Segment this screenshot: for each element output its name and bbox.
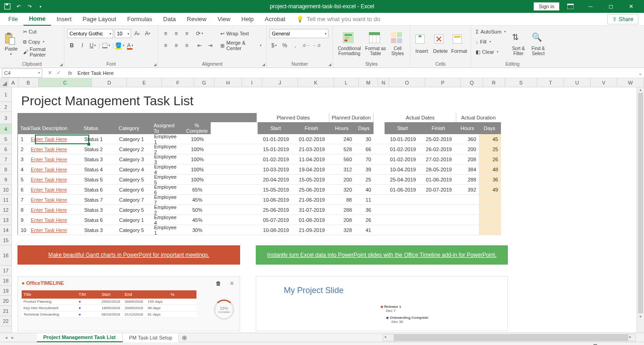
close-button[interactable]: ✕ [622,0,640,13]
row-header[interactable]: 16 [0,245,12,266]
align-middle-icon[interactable]: ≡ [172,29,181,38]
row-header[interactable]: 3 [0,112,12,124]
redo-icon[interactable]: ↷ [26,3,33,10]
fx-icon[interactable]: fx [65,70,75,76]
column-header[interactable]: W [617,78,644,87]
format-as-table-button[interactable]: Format as Table [364,27,387,61]
decrease-font-icon[interactable]: A▾ [143,29,152,38]
row-header[interactable]: 4 [0,124,12,134]
row-header[interactable]: 12 [0,205,12,215]
row-header[interactable]: 17 [0,266,12,276]
delete-cells-button[interactable]: Delete [432,27,449,61]
cancel-formula-icon[interactable]: ✕ [48,70,52,76]
comma-icon[interactable]: , [291,41,300,50]
row-header[interactable]: 21 [0,306,12,316]
table-row[interactable]: 3Enter Task HereStatus 3Category 3Employ… [17,154,501,164]
merge-center-button[interactable]: ⊞Merge & Center [218,41,264,50]
row-header[interactable]: 5 [0,134,12,144]
column-header[interactable]: L [334,78,359,87]
table-row[interactable]: 6Enter Task HereStatus 6Category 6Employ… [17,185,501,195]
align-center-icon[interactable]: ≡ [172,41,181,50]
column-header[interactable]: F [162,78,194,87]
cell-styles-button[interactable]: Cell Styles [388,27,407,61]
fill-color-button[interactable]: 🪣 [115,41,124,50]
format-painter-button[interactable]: 🖌Format Painter [21,47,61,57]
insert-cells-button[interactable]: Insert [413,27,431,61]
column-header[interactable]: G [194,78,214,87]
currency-icon[interactable]: $ [270,41,279,50]
tab-formulas[interactable]: Formulas [122,13,158,26]
column-header[interactable]: V [591,78,617,87]
fill-button[interactable]: ↓Fill [474,37,508,46]
row-header[interactable]: 18 [0,276,12,286]
font-size-select[interactable]: 10 [115,29,131,38]
align-bottom-icon[interactable]: ≡ [182,29,191,38]
number-format-select[interactable]: General [270,29,328,38]
column-header[interactable]: U [564,78,591,87]
select-all-button[interactable] [0,78,8,87]
copy-button[interactable]: ⧉Copy [21,37,61,46]
column-header[interactable]: K [298,78,334,87]
orientation-icon[interactable]: ⟳ [195,29,204,38]
save-icon[interactable] [4,3,11,10]
tab-review[interactable]: Review [181,13,212,26]
table-row[interactable]: 7Enter Task HereStatus 7Category 7Employ… [17,195,501,205]
column-header[interactable]: D [92,78,127,87]
tab-view[interactable]: View [212,13,236,26]
table-row[interactable]: 9Enter Task HereStatus 6Category 1Employ… [17,215,501,225]
sheet-tab-active[interactable]: Project Management Task List [37,333,123,342]
format-cells-button[interactable]: Format [450,27,468,61]
row-header[interactable]: 19 [0,286,12,296]
add-sheet-button[interactable]: ⊕ [179,334,190,341]
column-header[interactable]: N [378,78,389,87]
wrap-text-button[interactable]: ↩Wrap Text [218,29,264,38]
decrease-decimal-icon[interactable]: ←.0 [312,41,321,50]
column-header[interactable]: H [214,78,242,87]
maximize-button[interactable]: ◻ [602,0,620,13]
increase-font-icon[interactable]: A▴ [132,29,142,38]
column-header[interactable]: M [359,78,378,87]
cut-button[interactable]: ✂Cut [21,27,61,36]
conditional-formatting-button[interactable]: Conditional Formatting [336,27,363,61]
timeline-banner-link[interactable]: Instantly turn Excel data into PowerPoin… [256,245,508,265]
column-header[interactable]: T [537,78,564,87]
column-header[interactable]: I [242,78,262,87]
tab-file[interactable]: File [3,13,23,26]
row-header[interactable]: 13 [0,215,12,225]
column-header[interactable]: A [8,78,18,87]
prev-sheet-icon[interactable]: ◂ [5,335,7,340]
tab-page-layout[interactable]: Page Layout [77,13,122,26]
row-header[interactable]: 6 [0,144,12,154]
tab-help[interactable]: Help [236,13,259,26]
minimize-button[interactable]: ─ [581,0,600,13]
tab-home[interactable]: Home [23,13,51,26]
row-header[interactable]: 9 [0,175,12,185]
row-header[interactable]: 7 [0,154,12,164]
align-left-icon[interactable]: ≡ [161,41,170,50]
spreadsheet-grid[interactable]: 12345678910111213141516171819202122 Proj… [0,87,644,333]
row-header[interactable]: 1 [0,87,12,102]
clipboard-launcher-icon[interactable]: ◢ [60,62,63,67]
table-row[interactable]: 10Enter Task HereStatus 3Category 5Emplo… [17,225,501,235]
column-header[interactable]: R [483,78,505,87]
row-header[interactable]: 8 [0,164,12,175]
increase-indent-icon[interactable]: ⇥ [206,41,215,50]
column-header[interactable]: E [127,78,162,87]
table-row[interactable]: 5Enter Task HereStatus 5Category 5Employ… [17,175,501,185]
clear-button[interactable]: ◧Clear [474,47,508,57]
name-box[interactable]: C4 [2,68,42,78]
fill-handle[interactable] [87,143,90,146]
number-launcher-icon[interactable]: ◢ [328,62,331,67]
row-header[interactable]: 22 [0,316,12,326]
row-header[interactable]: 20 [0,296,12,306]
row-header[interactable]: 15 [0,235,12,245]
decrease-indent-icon[interactable]: ⇤ [195,41,204,50]
row-header[interactable]: 14 [0,225,12,235]
row-header[interactable]: 2 [0,102,12,112]
share-button[interactable]: ⇪ Share [607,14,638,24]
percent-icon[interactable]: % [280,41,289,50]
column-header[interactable]: S [505,78,537,87]
italic-button[interactable]: I [78,41,87,50]
border-button[interactable] [102,41,111,50]
align-right-icon[interactable]: ≡ [182,41,191,50]
